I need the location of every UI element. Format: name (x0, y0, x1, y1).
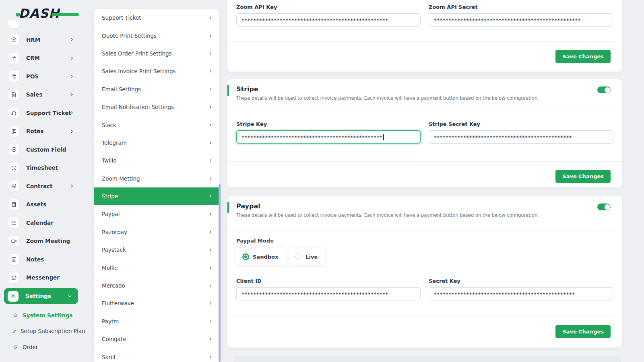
main-content: Zoom API Key ***************************… (227, 0, 622, 362)
zoom-api-key-input[interactable]: ****************************************… (236, 13, 421, 27)
sidebar-subitem-order[interactable]: Order (4, 339, 78, 355)
video-camera-icon (8, 236, 19, 247)
save-icon (8, 181, 19, 191)
submenu-item-paystack[interactable]: Paystack (94, 241, 219, 259)
submenu-item-quote-print-settings[interactable]: Quote Print Settings (94, 27, 219, 44)
paypal-secret-key-input[interactable]: ****************************************… (429, 287, 613, 300)
sidebar-item-rotas[interactable]: Rotas (4, 122, 78, 141)
submenu-item-paytm[interactable]: Paytm (94, 313, 219, 330)
card-description: These details will be used to collect in… (236, 212, 612, 218)
submenu-item-coingate[interactable]: Coingate (94, 330, 219, 348)
sidebar-item-support-ticket[interactable]: Support Ticket (4, 104, 78, 122)
radio-unselected-icon[interactable] (295, 253, 302, 260)
stripe-enabled-toggle[interactable] (597, 86, 611, 93)
submenu-item-mollie[interactable]: Mollie (94, 259, 219, 276)
chevron-right-icon (208, 247, 213, 252)
copy-icon (8, 53, 19, 64)
chevron-right-icon (69, 183, 74, 189)
chevron-right-icon (208, 87, 213, 92)
stripe-key-field: Stripe Key *****************************… (236, 121, 421, 144)
chevron-right-icon (208, 105, 213, 109)
sidebar-item-timesheet[interactable]: Timesheet (4, 159, 78, 177)
text-cursor (383, 134, 384, 140)
submenu-item-zoom-metting[interactable]: Zoom Metting (94, 170, 219, 187)
app: { "brand": { "logo_text": "DASH" }, "sid… (0, 0, 644, 362)
sidebar-subitem-system-settings[interactable]: System Settings (4, 307, 78, 323)
settings-submenu-panel: Support Ticket Quote Print Settings Sale… (94, 9, 219, 362)
submenu-item-twilio[interactable]: Twilio (94, 152, 219, 169)
sidebar-item-contract[interactable]: Contract (4, 177, 78, 195)
chevron-right-icon (208, 140, 213, 145)
submenu-item-stripe[interactable]: Stripe (94, 187, 219, 205)
card-title: Stripe (236, 85, 612, 93)
save-changes-button[interactable]: Save Changes (555, 50, 611, 63)
submenu-item-flutterwave[interactable]: Flutterwave (94, 294, 219, 312)
logo-dot-accent (16, 13, 20, 16)
submenu-item-sales-order-print-settings[interactable]: Sales Order Print Settings (94, 45, 219, 62)
chevron-right-icon (208, 15, 213, 20)
submenu-item-skrill[interactable]: Skrill (94, 348, 219, 362)
sidebar-item-custom-field[interactable]: Custom Field (4, 140, 78, 159)
logo-dash-accent (52, 13, 79, 16)
sidebar-item-settings[interactable]: Settings (4, 288, 78, 304)
field-label: Zoom API Key (236, 4, 421, 10)
zoom-settings-card: Zoom API Key ***************************… (227, 0, 622, 72)
chevron-right-icon (208, 301, 213, 306)
submenu-scrollbar-thumb[interactable] (219, 184, 221, 362)
clipped-menu-icon (8, 20, 19, 28)
chevron-right-icon (208, 355, 213, 360)
stripe-secret-key-field: Stripe Secret Key **********************… (429, 121, 613, 144)
chevron-right-icon (208, 337, 213, 341)
chevron-down-icon (67, 294, 72, 299)
chevron-right-icon (208, 212, 213, 216)
zoom-api-key-field: Zoom API Key ***************************… (236, 4, 421, 27)
submenu-item-email-settings[interactable]: Email Settings (94, 80, 219, 98)
submenu-item-razorpay[interactable]: Razorpay (94, 223, 219, 241)
chat-bubble-icon (8, 272, 19, 283)
sidebar-item-pos[interactable]: POS (4, 67, 78, 86)
submenu-item-telegram[interactable]: Telegram (94, 134, 219, 152)
stripe-secret-key-input[interactable]: ****************************************… (429, 130, 613, 144)
main-sidebar: DASH HRM CRM POS Sales Support Ti (0, 0, 80, 362)
sidebar-item-zoom-meeting[interactable]: Zoom Meeting (4, 232, 78, 251)
radio-selected-icon[interactable] (242, 253, 249, 260)
save-changes-button[interactable]: Save Changes (555, 325, 611, 338)
submenu-item-support-ticket[interactable]: Support Ticket (94, 9, 219, 27)
sidebar-item-crm[interactable]: CRM (4, 49, 78, 68)
chevron-right-icon (208, 69, 213, 74)
brand-logo[interactable]: DASH (19, 5, 60, 22)
brand-logo-text: DASH (19, 6, 60, 21)
sidebar-subitem-setup-subscription-plan[interactable]: Setup Subscription Plan (4, 323, 78, 339)
card-title: Paypal (236, 202, 612, 210)
field-label: Zoom API Secret (429, 4, 613, 10)
bullet-icon (13, 313, 18, 318)
bullet-icon (13, 329, 16, 333)
submenu-item-email-notification-settings[interactable]: Email Notification Settings (94, 98, 219, 116)
chevron-right-icon (208, 265, 213, 270)
sidebar-item-calendar[interactable]: Calendar (4, 214, 78, 232)
paypal-client-id-input[interactable]: ****************************************… (236, 287, 421, 300)
submenu-item-slack[interactable]: Slack (94, 116, 219, 134)
sidebar-item-sales[interactable]: Sales (4, 86, 78, 104)
paypal-enabled-toggle[interactable] (597, 204, 611, 210)
save-changes-button[interactable]: Save Changes (555, 170, 611, 183)
submenu-item-mercado[interactable]: Mercado (94, 277, 219, 294)
paypal-mode-label: Paypal Mode (236, 238, 613, 244)
submenu-item-paypal[interactable]: Paypal (94, 205, 219, 223)
sidebar-item-messenger[interactable]: Messenger (4, 269, 78, 287)
notes-icon (8, 254, 19, 265)
chevron-right-icon (69, 110, 74, 115)
paypal-mode-sandbox-option[interactable]: Sandbox (236, 248, 286, 265)
plus-circle-icon (8, 144, 19, 155)
sidebar-item-assets[interactable]: Assets (4, 195, 78, 214)
clock-icon (8, 162, 19, 173)
chevron-right-icon (208, 158, 213, 163)
submenu-item-sales-invoice-print-settings[interactable]: Sales Invoice Print Settings (94, 62, 219, 80)
calendar-icon (8, 217, 19, 228)
paypal-settings-card: Paypal These details will be used to col… (227, 196, 622, 348)
paypal-mode-live-option[interactable]: Live (289, 248, 325, 265)
sidebar-item-hrm[interactable]: HRM (4, 31, 78, 49)
zoom-api-secret-input[interactable]: ****************************************… (429, 13, 613, 27)
sidebar-item-notes[interactable]: Notes (4, 250, 78, 269)
stripe-key-input[interactable]: ****************************************… (236, 130, 421, 144)
